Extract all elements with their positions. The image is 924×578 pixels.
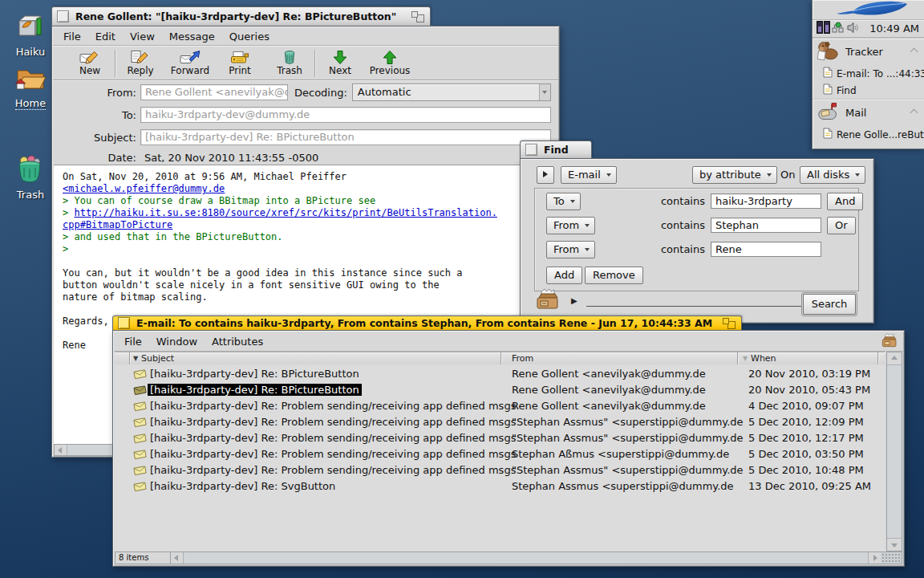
body-text: Rene (63, 340, 86, 351)
decoding-popup[interactable]: Automatic (352, 83, 551, 101)
desktop-icon-home[interactable]: Home (6, 64, 55, 110)
new-button[interactable]: New (65, 49, 115, 76)
attribute-popup[interactable]: To (546, 193, 581, 210)
envelope-icon (133, 481, 147, 494)
deskbar-window-item[interactable]: E-mail: To ...:44:33 (813, 65, 924, 82)
from-field[interactable]: Rene Gollent <anevilyak@dummy.de (140, 84, 288, 100)
previous-button[interactable]: Previous (365, 49, 415, 76)
scroll-track[interactable] (887, 365, 902, 538)
table-row[interactable]: [haiku-3rdparty-dev] Re: Problem sending… (115, 414, 885, 430)
cpu-monitor-icon[interactable] (817, 21, 830, 36)
volume-popup[interactable]: All disks (800, 166, 865, 184)
popup-arrow-icon (539, 84, 550, 100)
mail-body-line: > and used that in the BPictureButton. (63, 231, 557, 243)
scroll-right-icon[interactable] (868, 552, 881, 564)
toolbar-button-label: Reply (127, 65, 153, 76)
zoom-icon[interactable] (411, 11, 424, 22)
zoom-icon[interactable] (723, 318, 736, 329)
document-icon (823, 128, 833, 141)
deskbar-clock[interactable]: 10:49 AM (869, 22, 921, 35)
reply-button[interactable]: Reply (116, 49, 165, 76)
menu-mail-message[interactable]: Message (162, 29, 222, 44)
deskbar-window-item[interactable]: Find (813, 82, 924, 99)
method-popup[interactable]: by attribute (692, 166, 777, 184)
menu-query-file[interactable]: File (117, 334, 149, 349)
menu-mail-file[interactable]: File (56, 29, 88, 44)
close-icon[interactable] (118, 317, 130, 329)
search-button[interactable]: Search (803, 294, 856, 315)
vertical-scrollbar[interactable] (886, 352, 902, 552)
menu-query-attributes[interactable]: Attributes (205, 334, 270, 349)
mail-body-line: nature of bitmap scaling. (63, 291, 557, 303)
collapse-arrow-icon[interactable] (910, 48, 918, 56)
type-popup[interactable]: E-mail (561, 166, 617, 184)
table-row[interactable]: [haiku-3rdparty-dev] Re: BPictureButtonR… (115, 382, 885, 398)
close-icon[interactable] (57, 10, 69, 22)
email-link[interactable]: <michael.w.pfeiffer@dummy.de (63, 183, 225, 194)
next-button[interactable]: Next (315, 49, 365, 76)
operator-label: contains (639, 219, 705, 231)
email-link[interactable]: http://haiku.it.su.se:8180/source/xref/s… (74, 207, 496, 218)
scroll-left-icon[interactable] (55, 445, 67, 455)
criterion-input[interactable]: Rene (711, 242, 821, 257)
desktop-icon-haiku[interactable]: Haiku (6, 13, 55, 58)
forward-button[interactable]: Forward (165, 49, 215, 76)
mail-body-line: You can, but it wouldn't be a good idea … (63, 267, 557, 279)
table-row[interactable]: [haiku-3rdparty-dev] Re: Problem sending… (115, 446, 885, 462)
desktop-icon-trash[interactable]: Trash (6, 154, 55, 201)
deskbar-app-tracker[interactable]: Tracker (813, 38, 924, 65)
criterion-input[interactable]: haiku-3rdparty (711, 193, 821, 209)
table-row[interactable]: [haiku-3rdparty-dev] Re: BPictureButtonR… (115, 366, 885, 382)
expand-arrow-icon[interactable] (537, 166, 554, 184)
find-window-title: Find (544, 144, 569, 156)
mail-body-line: <michael.w.pfeiffer@dummy.de (63, 183, 557, 195)
join-button[interactable]: Or (827, 217, 856, 234)
volume-icon[interactable] (846, 22, 859, 36)
deskbar-menu[interactable] (813, 0, 924, 20)
query-window-titlebar[interactable]: E-mail: To contains haiku-3rdparty, From… (112, 315, 742, 330)
column-header-from[interactable]: From (512, 353, 533, 364)
join-button[interactable]: And (827, 193, 863, 210)
scroll-track[interactable] (184, 552, 868, 564)
scroll-down-icon[interactable] (887, 538, 902, 551)
trash-button[interactable]: Trash (265, 49, 314, 76)
attribute-popup[interactable]: From (546, 241, 595, 258)
table-row[interactable]: [haiku-3rdparty-dev] Re: Problem sending… (115, 398, 885, 414)
table-row[interactable]: [haiku-3rdparty-dev] Re: SvgButtonStepha… (115, 478, 885, 495)
menu-mail-queries[interactable]: Queries (222, 29, 277, 44)
body-text: > (63, 243, 68, 254)
body-text: > (63, 207, 74, 218)
scroll-up-icon[interactable] (887, 352, 902, 365)
menu-mail-view[interactable]: View (123, 29, 162, 44)
attribute-popup[interactable]: From (546, 217, 595, 234)
network-status-icon[interactable] (832, 22, 845, 36)
menu-mail-edit[interactable]: Edit (88, 29, 123, 44)
table-row[interactable]: [haiku-3rdparty-dev] Re: Problem sending… (115, 462, 885, 478)
add-button[interactable]: Add (546, 267, 582, 284)
column-header-subject[interactable]: Subject (141, 353, 174, 364)
find-window-titlebar[interactable]: Find (520, 140, 592, 158)
to-field[interactable]: haiku-3rdparty-dev@dummy.de (140, 107, 551, 123)
criterion-input[interactable]: Stephan (711, 218, 821, 233)
remove-button[interactable]: Remove (585, 267, 643, 284)
print-button[interactable]: Print (215, 49, 265, 76)
email-link[interactable]: cpp#BitmapToPicture (63, 219, 172, 230)
expander-triangle-icon[interactable]: ▶ (571, 296, 578, 305)
mail-window-titlebar[interactable]: Rene Gollent: "[haiku-3rdparty-dev] Re: … (51, 6, 431, 26)
toolbar-button-label: New (79, 65, 100, 76)
cell-subject: [haiku-3rdparty-dev] Re: Problem sending… (150, 464, 516, 476)
query-drawer-icon[interactable] (881, 333, 898, 352)
mail-menubar: FileEditViewMessageQueries (53, 27, 558, 46)
deskbar-tray[interactable]: 10:49 AM (813, 20, 924, 38)
table-row[interactable]: [haiku-3rdparty-dev] Re: Problem sending… (115, 430, 885, 446)
collapse-arrow-icon[interactable] (910, 109, 918, 117)
menu-query-window[interactable]: Window (149, 334, 205, 349)
next-icon (331, 49, 349, 65)
sort-arrow-icon: ▼ (133, 355, 138, 362)
deskbar-app-mail[interactable]: Mail (813, 99, 924, 126)
close-icon[interactable] (525, 144, 537, 156)
subject-field[interactable]: [haiku-3rdparty-dev] Re: BPictureButton (140, 129, 551, 145)
resize-grip[interactable] (881, 552, 902, 564)
column-header-when[interactable]: When (751, 353, 776, 364)
scroll-left-icon[interactable] (171, 552, 184, 564)
